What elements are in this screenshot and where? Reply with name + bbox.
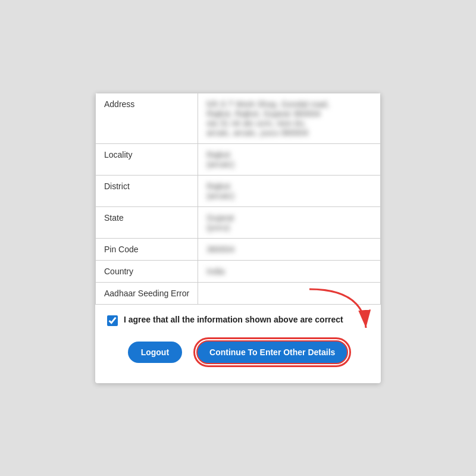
- row-value: Rajkot(arcaic): [198, 176, 381, 207]
- info-table: Addressh/h S T Work Shop, Gondal road,Ra…: [95, 93, 381, 305]
- blurred-value: India: [206, 267, 224, 276]
- agree-checkbox[interactable]: [107, 315, 118, 326]
- info-table-wrapper: Addressh/h S T Work Shop, Gondal road,Ra…: [95, 93, 381, 305]
- blurred-value: Gujarat(yucu): [206, 213, 234, 232]
- table-row: StateGujarat(yucu): [96, 207, 381, 239]
- row-label: State: [96, 207, 198, 239]
- row-value: 360004: [198, 239, 381, 261]
- blurred-value: 360004: [206, 245, 234, 254]
- table-row: Addressh/h S T Work Shop, Gondal road,Ra…: [96, 93, 381, 144]
- table-row: LocalityRajkot(arcaic): [96, 144, 381, 176]
- blurred-value: h/h S T Work Shop, Gondal road,Rajkot, R…: [206, 99, 329, 137]
- row-label: Aadhaar Seeding Error: [96, 283, 198, 305]
- row-label: Locality: [96, 144, 198, 176]
- row-label: Country: [96, 261, 198, 283]
- main-card: Addressh/h S T Work Shop, Gondal road,Ra…: [95, 93, 381, 383]
- blurred-value: Rajkot(arcaic): [206, 150, 234, 169]
- table-row: Pin Code360004: [96, 239, 381, 261]
- row-value: Rajkot(arcaic): [198, 144, 381, 176]
- arrow-icon: [303, 283, 375, 337]
- row-label: Address: [96, 93, 198, 144]
- table-row: DistrictRajkot(arcaic): [96, 176, 381, 207]
- row-value: India: [198, 261, 381, 283]
- logout-button[interactable]: Logout: [128, 342, 182, 363]
- table-row: CountryIndia: [96, 261, 381, 283]
- continue-button[interactable]: Continue To Enter Other Details: [196, 340, 348, 364]
- blurred-value: Rajkot(arcaic): [206, 181, 234, 201]
- row-value: h/h S T Work Shop, Gondal road,Rajkot, R…: [198, 93, 381, 144]
- button-row: Logout Continue To Enter Other Details: [95, 331, 381, 369]
- row-label: District: [96, 176, 198, 207]
- row-label: Pin Code: [96, 239, 198, 261]
- row-value: Gujarat(yucu): [198, 207, 381, 239]
